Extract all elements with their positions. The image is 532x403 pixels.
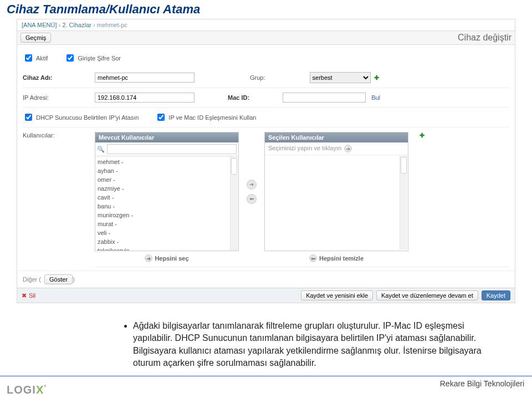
available-search — [95, 142, 238, 156]
ip-input[interactable] — [95, 93, 195, 103]
panel-title: Cihaz değiştir — [458, 33, 511, 43]
hint-arrow-icon: ➜ — [344, 145, 352, 152]
scrollbar[interactable] — [400, 156, 407, 249]
list-item[interactable]: zabbix - — [98, 237, 236, 246]
logo: LOGIX° — [7, 384, 47, 390]
form-area: Aktif Girişte Şifre Sor Cihaz Adı: Grup:… — [17, 45, 515, 271]
footer-brand: Rekare Bilgi Teknolojileri — [0, 375, 532, 390]
move-buttons: ➜ ⬅ — [247, 132, 257, 251]
selected-header: Seçilen Kullanıcılar — [265, 132, 408, 142]
ipmac-checkbox[interactable]: IP ve Mac ID Eşleşmesini Kullan — [155, 112, 256, 123]
breadcrumb-item: mehmet-pc — [97, 22, 127, 28]
label-grup: Grup: — [250, 74, 265, 81]
aktif-check-input[interactable] — [25, 54, 32, 62]
list-item[interactable]: cavit - — [98, 193, 236, 202]
selected-body[interactable] — [265, 155, 408, 249]
list-item[interactable]: ayhan - — [98, 166, 236, 175]
label-kullanicilar: Kullanıcılar: — [23, 132, 95, 251]
ipmac-label: IP ve Mac ID Eşleşmesini Kullan — [168, 114, 256, 121]
app-panel: [ANA MENÜ] › 2. Cihazlar › mehmet-pc Geç… — [17, 19, 515, 303]
note-item: Ağdaki bilgisayarlar tanımlanarak filtre… — [133, 320, 482, 370]
show-button[interactable]: Göster — [44, 274, 73, 284]
delete-button[interactable]: ✖ Sil — [22, 292, 35, 299]
dhcp-checkbox[interactable]: DHCP Sunucusu Belirtilen IP'yi Atasın — [23, 112, 139, 123]
row-users: Kullanıcılar: Mevcut Kullanıcılar mehmet… — [23, 127, 509, 251]
save-button[interactable]: Kaydet — [482, 290, 510, 300]
clear-all-label: Hepsini temizle — [319, 255, 364, 262]
sifre-check-input[interactable] — [66, 54, 74, 62]
bul-link[interactable]: Bul — [371, 94, 380, 101]
other-row: Diğer (Göster) — [17, 271, 515, 288]
selected-listbox: Seçilen Kullanıcılar Seçiminizi yapın ve… — [264, 132, 408, 251]
move-left-icon[interactable]: ⬅ — [247, 194, 257, 204]
list-item[interactable]: teknikservis - — [98, 246, 236, 251]
aktif-label: Aktif — [36, 55, 48, 62]
select-all-row: ➜ Hepsini seç ⬅ Hepsini temizle — [95, 254, 509, 267]
save-continue-button[interactable]: Kaydet ve düzenlemeye devam et — [376, 290, 478, 300]
breadcrumb-section[interactable]: 2. Cihazlar — [62, 22, 91, 28]
label-diger: Diğer — [23, 276, 37, 283]
breadcrumb-sep: › — [59, 22, 61, 28]
delete-icon: ✖ — [22, 292, 27, 299]
available-listbox: Mevcut Kullanıcılar mehmet - ayhan - ome… — [95, 132, 239, 251]
sifre-checkbox[interactable]: Girişte Şifre Sor — [64, 53, 121, 63]
add-user-icon[interactable]: ✚ — [420, 132, 424, 139]
available-search-input[interactable] — [107, 144, 237, 154]
save-add-button[interactable]: Kaydet ve yenisini ekle — [301, 290, 373, 300]
search-icon — [97, 146, 105, 153]
dhcp-check-input[interactable] — [25, 114, 32, 121]
sifre-label: Girişte Şifre Sor — [78, 55, 121, 62]
dhcp-label: DHCP Sunucusu Belirtilen IP'yi Atasın — [36, 114, 139, 121]
list-item[interactable]: murat - — [98, 220, 236, 228]
list-item[interactable]: nazmiye - — [98, 184, 236, 193]
aktif-checkbox[interactable]: Aktif — [23, 53, 48, 63]
list-item[interactable]: munirozgen - — [98, 211, 236, 220]
cihaz-adi-input[interactable] — [95, 73, 195, 83]
ipmac-check-input[interactable] — [157, 114, 165, 121]
breadcrumb: [ANA MENÜ] › 2. Cihazlar › mehmet-pc — [17, 19, 515, 30]
select-all-label: Hepsini seç — [155, 255, 188, 262]
clear-all-icon: ⬅ — [309, 254, 317, 262]
row-ip: IP Adresi: Mac ID: Bul — [23, 88, 509, 108]
label-mac: Mac ID: — [228, 94, 249, 101]
available-body[interactable]: mehmet - ayhan - omer - nazmiye - cavit … — [95, 156, 238, 251]
add-group-icon[interactable]: ✚ — [374, 74, 379, 81]
selected-hint-text: Seçiminizi yapın ve tıklayın — [268, 145, 341, 151]
move-right-icon[interactable]: ➜ — [247, 180, 257, 190]
clear-all-button[interactable]: ⬅ Hepsini temizle — [264, 254, 408, 262]
header-bar: Geçmiş Cihaz değiştir — [17, 30, 515, 45]
grup-select[interactable]: serbest — [310, 72, 371, 83]
label-ip: IP Adresi: — [23, 94, 95, 101]
label-cihaz-adi: Cihaz Adı: — [23, 74, 95, 81]
list-item[interactable]: veli - — [98, 228, 236, 237]
select-all-button[interactable]: ➜ Hepsini seç — [95, 254, 239, 262]
delete-label: Sil — [29, 292, 35, 299]
notes-list: Ağdaki bilgisayarlar tanımlanarak filtre… — [111, 320, 482, 370]
breadcrumb-sep: › — [93, 22, 95, 28]
history-button[interactable]: Geçmiş — [21, 33, 51, 43]
mac-input[interactable] — [283, 93, 366, 103]
list-item[interactable]: omer - — [98, 175, 236, 184]
breadcrumb-home[interactable]: [ANA MENÜ] — [22, 22, 57, 28]
page-title: Cihaz Tanımlama/Kullanıcı Atama — [0, 0, 532, 19]
selected-hint: Seçiminizi yapın ve tıklayın ➜ — [265, 142, 408, 155]
select-all-icon: ➜ — [145, 254, 152, 262]
available-header: Mevcut Kullanıcılar — [95, 132, 238, 142]
list-item[interactable]: mehmet - — [98, 157, 236, 166]
row-dhcp: DHCP Sunucusu Belirtilen IP'yi Atasın IP… — [23, 108, 509, 127]
filter-select-multiple: Mevcut Kullanıcılar mehmet - ayhan - ome… — [95, 132, 509, 251]
scrollbar[interactable] — [230, 157, 238, 251]
row-flags: Aktif Girişte Şifre Sor — [23, 48, 509, 68]
row-cihaz-adi: Cihaz Adı: Grup: serbest ✚ — [23, 68, 509, 88]
action-bar: ✖ Sil Kaydet ve yenisini ekle Kaydet ve … — [17, 288, 515, 303]
list-item[interactable]: banu - — [98, 202, 236, 211]
